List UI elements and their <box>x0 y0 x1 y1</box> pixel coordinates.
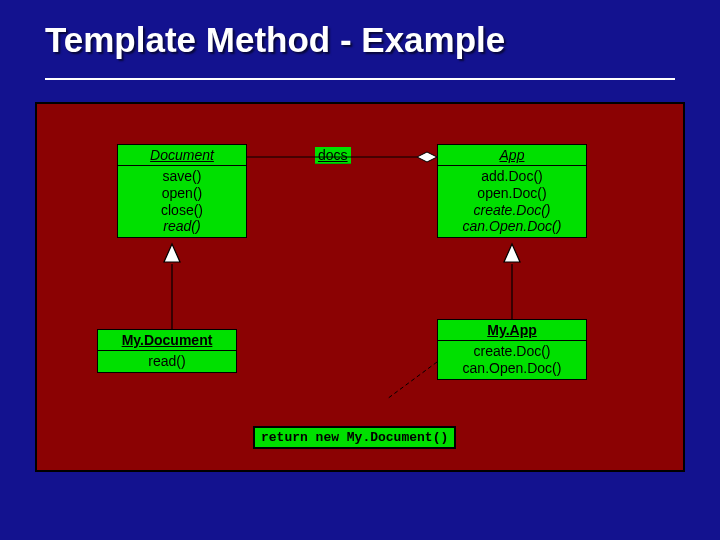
class-mydocument-name: My.Document <box>98 330 236 351</box>
uml-diagram-panel: Document save() open() close() read() Ap… <box>35 102 685 472</box>
class-myapp: My.App create.Doc() can.Open.Doc() <box>437 319 587 380</box>
class-myapp-name: My.App <box>438 320 586 341</box>
method: open.Doc() <box>444 185 580 202</box>
inheritance-arrow-icon <box>504 244 520 262</box>
method-abstract: create.Doc() <box>444 202 580 219</box>
class-app-methods: add.Doc() open.Doc() create.Doc() can.Op… <box>438 166 586 237</box>
method: read() <box>104 353 230 370</box>
method: save() <box>124 168 240 185</box>
slide-title: Template Method - Example <box>35 20 685 60</box>
method: open() <box>124 185 240 202</box>
class-mydocument-methods: read() <box>98 351 236 372</box>
method: close() <box>124 202 240 219</box>
aggregation-diamond-icon <box>417 152 437 162</box>
class-document-methods: save() open() close() read() <box>118 166 246 237</box>
class-document: Document save() open() close() read() <box>117 144 247 238</box>
inheritance-arrow-icon <box>164 244 180 262</box>
class-document-name: Document <box>118 145 246 166</box>
slide: Template Method - Example Document save(… <box>0 0 720 540</box>
association-label-docs: docs <box>315 147 351 164</box>
method: create.Doc() <box>444 343 580 360</box>
method: add.Doc() <box>444 168 580 185</box>
class-app-name: App <box>438 145 586 166</box>
class-app: App add.Doc() open.Doc() create.Doc() ca… <box>437 144 587 238</box>
method-abstract: read() <box>124 218 240 235</box>
note-returnstatement: return new My.Document() <box>253 426 456 449</box>
note-anchor-line <box>387 362 437 399</box>
method-abstract: can.Open.Doc() <box>444 218 580 235</box>
title-underline <box>45 78 675 80</box>
method: can.Open.Doc() <box>444 360 580 377</box>
class-mydocument: My.Document read() <box>97 329 237 373</box>
class-myapp-methods: create.Doc() can.Open.Doc() <box>438 341 586 379</box>
